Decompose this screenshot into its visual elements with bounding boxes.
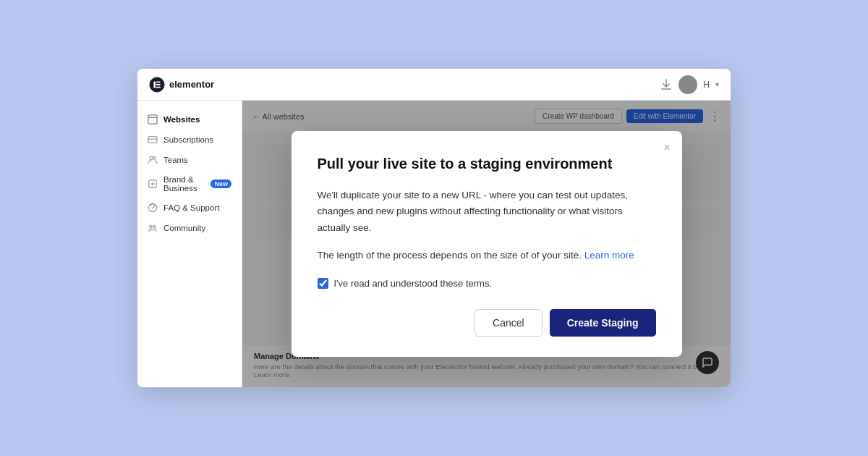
modal-title: Pull your live site to a staging environ… — [318, 154, 656, 173]
modal-overlay: × Pull your live site to a staging envir… — [242, 101, 731, 387]
svg-point-8 — [153, 157, 156, 160]
svg-rect-3 — [156, 84, 161, 85]
svg-point-11 — [150, 226, 153, 229]
chevron-down-icon: ▾ — [715, 80, 719, 88]
main-layout: Websites Subscriptions Teams — [137, 101, 731, 387]
top-bar: elementor H ▾ — [137, 69, 731, 101]
sidebar: Websites Subscriptions Teams — [137, 101, 242, 387]
modal-dialog: × Pull your live site to a staging envir… — [292, 131, 682, 357]
modal-close-button[interactable]: × — [663, 141, 670, 154]
brand-icon — [148, 179, 158, 189]
sidebar-item-label: Websites — [163, 115, 200, 124]
modal-actions: Cancel Create Staging — [318, 309, 656, 337]
user-initials: H — [703, 80, 710, 90]
cancel-button[interactable]: Cancel — [475, 309, 542, 337]
sidebar-item-label: FAQ & Support — [163, 203, 219, 212]
logo-text: elementor — [169, 79, 214, 90]
sidebar-item-label: Teams — [163, 156, 188, 164]
sidebar-item-label: Subscriptions — [163, 135, 213, 144]
websites-icon — [148, 114, 158, 124]
modal-body-paragraph: We'll duplicate your site to a new URL -… — [318, 187, 656, 236]
teams-icon — [148, 155, 158, 165]
sidebar-item-faq-support[interactable]: FAQ & Support — [137, 198, 242, 218]
top-bar-right: H ▾ — [660, 75, 719, 94]
sidebar-item-label: Brand & Business — [163, 175, 203, 193]
faq-icon — [148, 203, 158, 213]
terms-checkbox[interactable] — [318, 278, 328, 289]
svg-rect-6 — [148, 137, 157, 143]
avatar — [678, 75, 697, 94]
browser-window: elementor H ▾ Websites — [137, 69, 731, 387]
checkbox-label: I've read and understood these terms. — [334, 278, 493, 289]
create-staging-button[interactable]: Create Staging — [550, 309, 656, 337]
new-badge: New — [210, 180, 231, 188]
community-icon — [148, 223, 158, 233]
sidebar-item-subscriptions[interactable]: Subscriptions — [137, 130, 242, 150]
svg-rect-2 — [156, 81, 161, 83]
logo-area: elementor — [149, 77, 214, 93]
svg-rect-4 — [156, 86, 161, 88]
subscriptions-icon — [148, 135, 158, 145]
modal-note: The length of the process depends on the… — [318, 248, 656, 263]
sidebar-item-teams[interactable]: Teams — [137, 150, 242, 170]
svg-point-12 — [153, 226, 156, 229]
sidebar-item-label: Community — [163, 224, 205, 232]
svg-point-7 — [150, 156, 153, 159]
elementor-logo-icon — [149, 77, 165, 93]
sidebar-item-brand-business[interactable]: Brand & Business New — [137, 170, 242, 198]
learn-more-link[interactable]: Learn more — [584, 250, 634, 261]
content-area: ← All websites Create WP dashboard Edit … — [242, 101, 731, 387]
modal-note-prefix: The length of the process depends on the… — [318, 250, 582, 261]
svg-rect-1 — [153, 81, 156, 88]
svg-rect-5 — [148, 115, 157, 124]
sidebar-item-community[interactable]: Community — [137, 218, 242, 238]
checkbox-row: I've read and understood these terms. — [318, 278, 656, 289]
download-icon — [660, 78, 673, 91]
sidebar-item-websites[interactable]: Websites — [137, 109, 242, 130]
